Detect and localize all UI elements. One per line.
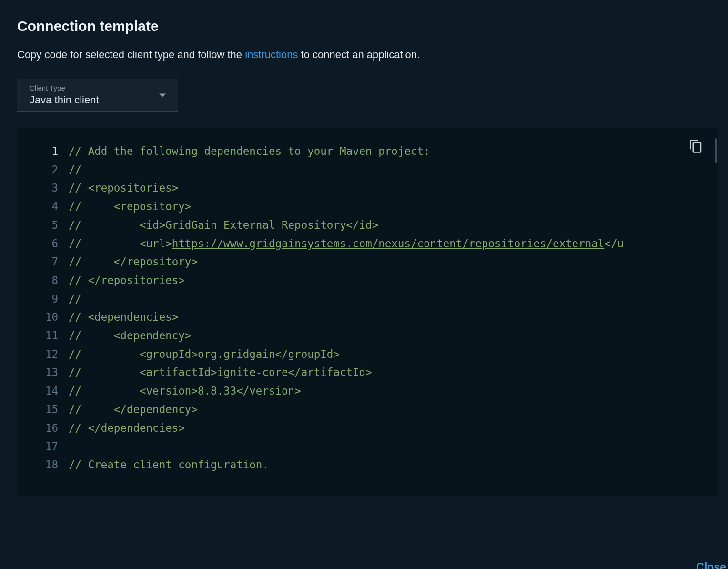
dialog-title: Connection template — [17, 18, 728, 34]
line-number: 10 — [17, 308, 69, 326]
code-line: 18// Create client configuration. — [17, 456, 718, 474]
code-line: 13// <artifactId>ignite-core</artifactId… — [17, 363, 718, 382]
code-line: 1// Add the following dependencies to yo… — [17, 142, 718, 161]
line-number: 17 — [17, 437, 69, 456]
code-line: 12// <groupId>org.gridgain</groupId> — [17, 345, 718, 364]
line-number: 8 — [17, 271, 69, 290]
code-line: 3// <repositories> — [17, 179, 718, 197]
line-content: // </dependency> — [69, 400, 198, 419]
code-lines-container: 1// Add the following dependencies to yo… — [17, 142, 718, 474]
line-number: 18 — [17, 456, 69, 474]
subtitle-text-pre: Copy code for selected client type and f… — [17, 49, 245, 61]
line-content: // </dependencies> — [69, 419, 185, 437]
line-content: // </repositories> — [69, 271, 185, 290]
line-content: // <dependencies> — [69, 308, 178, 326]
line-content: // <id>GridGain External Repository</id> — [69, 216, 378, 234]
subtitle-text-post: to connect an application. — [298, 49, 420, 61]
line-content: // — [69, 161, 81, 179]
code-line: 14// <version>8.8.33</version> — [17, 382, 718, 400]
code-line: 8// </repositories> — [17, 271, 718, 290]
code-line: 17 — [17, 437, 718, 456]
line-number: 15 — [17, 400, 69, 419]
line-content: // </repository> — [69, 253, 198, 271]
code-line: 15// </dependency> — [17, 400, 718, 419]
line-content: // <version>8.8.33</version> — [69, 382, 301, 400]
line-number: 16 — [17, 419, 69, 437]
line-number: 13 — [17, 363, 69, 382]
code-line: 7// </repository> — [17, 253, 718, 271]
line-content: // — [69, 290, 81, 308]
chevron-down-icon — [159, 93, 166, 97]
line-number: 6 — [17, 234, 69, 253]
instructions-link[interactable]: instructions — [245, 49, 298, 61]
code-line: 2// — [17, 161, 718, 179]
line-content: // <dependency> — [69, 326, 191, 345]
code-line: 9// — [17, 290, 718, 308]
dialog-subtitle: Copy code for selected client type and f… — [17, 49, 728, 61]
client-type-select[interactable]: Client Type Java thin client — [17, 79, 178, 112]
line-number: 1 — [17, 142, 69, 161]
code-line: 5// <id>GridGain External Repository</id… — [17, 216, 718, 234]
copy-button[interactable] — [689, 139, 703, 153]
line-number: 9 — [17, 290, 69, 308]
code-line: 16// </dependencies> — [17, 419, 718, 437]
code-line: 6// <url>https://www.gridgainsystems.com… — [17, 234, 718, 253]
line-content: // Add the following dependencies to you… — [69, 142, 430, 161]
scrollbar-vertical[interactable] — [715, 138, 717, 163]
client-type-value: Java thin client — [30, 94, 170, 106]
line-number: 11 — [17, 326, 69, 345]
line-content: // <artifactId>ignite-core</artifactId> — [69, 363, 372, 382]
code-block: 1// Add the following dependencies to yo… — [17, 128, 718, 496]
close-button[interactable]: Close — [696, 561, 726, 569]
line-content: // Create client configuration. — [69, 456, 269, 474]
line-number: 14 — [17, 382, 69, 400]
client-type-label: Client Type — [30, 84, 170, 92]
line-content: // <url>https://www.gridgainsystems.com/… — [69, 234, 624, 253]
line-number: 3 — [17, 179, 69, 197]
line-number: 2 — [17, 161, 69, 179]
code-line: 11// <dependency> — [17, 326, 718, 345]
line-content: // <repository> — [69, 197, 191, 216]
line-number: 12 — [17, 345, 69, 364]
line-content: // <repositories> — [69, 179, 178, 197]
line-number: 4 — [17, 197, 69, 216]
copy-icon — [689, 139, 703, 153]
code-line: 10// <dependencies> — [17, 308, 718, 326]
code-line: 4// <repository> — [17, 197, 718, 216]
line-number: 7 — [17, 253, 69, 271]
connection-template-dialog: Connection template Copy code for select… — [17, 18, 728, 569]
line-number: 5 — [17, 216, 69, 234]
line-content: // <groupId>org.gridgain</groupId> — [69, 345, 340, 364]
